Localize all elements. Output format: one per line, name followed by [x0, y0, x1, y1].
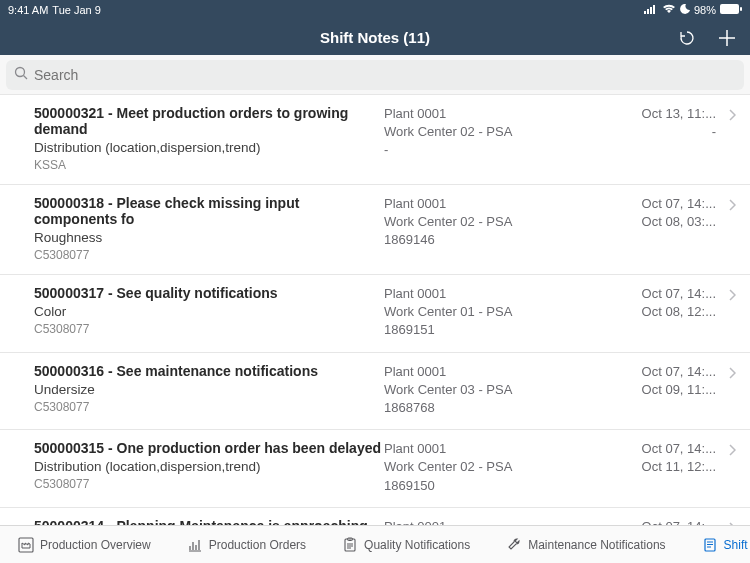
wifi-icon — [662, 4, 676, 16]
search-box[interactable] — [6, 60, 744, 90]
svg-rect-8 — [19, 538, 33, 552]
item-main: 500000321 - Meet production orders to gr… — [34, 105, 384, 172]
list-item[interactable]: 500000318 - Please check missing input c… — [0, 185, 750, 275]
chevron-right-icon — [728, 366, 736, 384]
status-right: 98% — [644, 4, 742, 16]
refresh-button[interactable] — [676, 27, 698, 49]
item-location: Plant 0001Work Center 02 - PSA1869150 — [384, 440, 604, 495]
item-title: 500000317 - See quality notifications — [34, 285, 384, 301]
header: Shift Notes (11) — [0, 20, 750, 55]
signal-icon — [644, 4, 658, 16]
item-title: 500000315 - One production order has bee… — [34, 440, 384, 456]
item-workcenter: Work Center 01 - PSA — [384, 303, 604, 321]
tab-production-orders[interactable]: Production Orders — [169, 526, 324, 563]
item-code: KSSA — [34, 158, 384, 172]
item-date1: Oct 13, 11:... — [604, 105, 716, 123]
search-icon — [14, 66, 28, 83]
item-date2: Oct 09, 11:... — [604, 381, 716, 399]
item-code: C5308077 — [34, 322, 384, 336]
wrench-icon — [506, 537, 522, 553]
tab-production-overview[interactable]: Production Overview — [0, 526, 169, 563]
item-dates: Oct 07, 14:...Oct 08, 03:... — [604, 518, 734, 525]
chevron-right-icon — [728, 521, 736, 525]
list-item[interactable]: 500000317 - See quality notificationsCol… — [0, 275, 750, 353]
item-ref: 1869146 — [384, 231, 604, 249]
refresh-icon — [678, 29, 696, 47]
factory-icon — [18, 537, 34, 553]
chevron-right-icon — [728, 443, 736, 461]
item-location: Plant 0001Work Center 03 - PSA1868768 — [384, 363, 604, 418]
item-code: C5308077 — [34, 477, 384, 491]
tab-label: Shift Notes — [724, 538, 750, 552]
item-plant: Plant 0001 — [384, 285, 604, 303]
list-item[interactable]: 500000321 - Meet production orders to gr… — [0, 95, 750, 185]
list-item[interactable]: 500000316 - See maintenance notification… — [0, 353, 750, 431]
item-sub: Distribution (location,dispersion,trend) — [34, 459, 384, 474]
tab-label: Quality Notifications — [364, 538, 470, 552]
status-bar: 9:41 AM Tue Jan 9 98% — [0, 0, 750, 20]
plus-icon — [717, 28, 737, 48]
item-workcenter: Work Center 02 - PSA — [384, 213, 604, 231]
list-item[interactable]: 500000314 - Planning Maintenance is appr… — [0, 508, 750, 525]
battery-icon — [720, 4, 742, 16]
item-plant: Plant 0001 — [384, 363, 604, 381]
page-title: Shift Notes (11) — [320, 29, 430, 46]
tab-quality-notifications[interactable]: Quality Notifications — [324, 526, 488, 563]
item-location: Plant 0001Work Center 03 - PSA- — [384, 518, 604, 525]
list-item[interactable]: 500000315 - One production order has bee… — [0, 430, 750, 508]
item-dates: Oct 13, 11:...- — [604, 105, 734, 172]
item-date2: Oct 08, 03:... — [604, 213, 716, 231]
item-dates: Oct 07, 14:...Oct 08, 03:... — [604, 195, 734, 262]
item-title: 500000318 - Please check missing input c… — [34, 195, 384, 227]
item-main: 500000317 - See quality notificationsCol… — [34, 285, 384, 340]
chevron-right-icon — [728, 198, 736, 216]
item-workcenter: Work Center 03 - PSA — [384, 381, 604, 399]
search-row — [0, 55, 750, 95]
item-sub: Roughness — [34, 230, 384, 245]
search-input[interactable] — [34, 67, 736, 83]
status-left: 9:41 AM Tue Jan 9 — [8, 4, 101, 16]
item-date1: Oct 07, 14:... — [604, 195, 716, 213]
item-dates: Oct 07, 14:...Oct 11, 12:... — [604, 440, 734, 495]
item-date1: Oct 07, 14:... — [604, 363, 716, 381]
item-workcenter: Work Center 02 - PSA — [384, 123, 604, 141]
battery-percent: 98% — [694, 4, 716, 16]
item-date1: Oct 07, 14:... — [604, 518, 716, 525]
item-plant: Plant 0001 — [384, 518, 604, 525]
item-title: 500000314 - Planning Maintenance is appr… — [34, 518, 384, 525]
item-plant: Plant 0001 — [384, 440, 604, 458]
item-main: 500000316 - See maintenance notification… — [34, 363, 384, 418]
svg-rect-4 — [720, 4, 739, 14]
item-sub: Distribution (location,dispersion,trend) — [34, 140, 384, 155]
item-code: C5308077 — [34, 248, 384, 262]
tab-bar: Production Overview Production Orders Qu… — [0, 525, 750, 563]
item-ref: 1869151 — [384, 321, 604, 339]
tab-label: Production Orders — [209, 538, 306, 552]
item-dates: Oct 07, 14:...Oct 08, 12:... — [604, 285, 734, 340]
item-plant: Plant 0001 — [384, 105, 604, 123]
item-location: Plant 0001Work Center 01 - PSA1869151 — [384, 285, 604, 340]
tab-maintenance-notifications[interactable]: Maintenance Notifications — [488, 526, 683, 563]
item-workcenter: Work Center 02 - PSA — [384, 458, 604, 476]
item-ref: - — [384, 141, 604, 159]
header-actions — [676, 27, 738, 49]
tab-shift-notes[interactable]: Shift Notes — [684, 526, 750, 563]
svg-rect-2 — [650, 7, 652, 14]
notes-list[interactable]: 500000321 - Meet production orders to gr… — [0, 95, 750, 525]
item-code: C5308077 — [34, 400, 384, 414]
svg-rect-3 — [653, 5, 655, 14]
item-date2: - — [604, 123, 716, 141]
chart-icon — [187, 537, 203, 553]
item-sub: Color — [34, 304, 384, 319]
tab-label: Maintenance Notifications — [528, 538, 665, 552]
item-main: 500000314 - Planning Maintenance is appr… — [34, 518, 384, 525]
svg-rect-1 — [647, 9, 649, 14]
item-dates: Oct 07, 14:...Oct 09, 11:... — [604, 363, 734, 418]
note-icon — [702, 537, 718, 553]
clipboard-icon — [342, 537, 358, 553]
tab-label: Production Overview — [40, 538, 151, 552]
item-plant: Plant 0001 — [384, 195, 604, 213]
svg-point-6 — [16, 68, 25, 77]
chevron-right-icon — [728, 108, 736, 126]
add-button[interactable] — [716, 27, 738, 49]
